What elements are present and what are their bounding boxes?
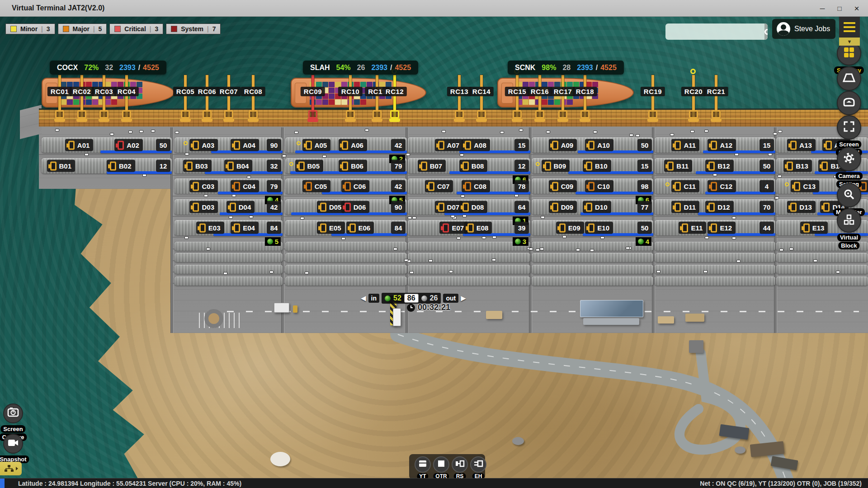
crane-label-rc14[interactable]: RC14: [469, 87, 494, 96]
yard-block-count[interactable]: 12: [514, 160, 529, 172]
yard-block-a02[interactable]: A02: [114, 139, 143, 151]
yard-block-e08[interactable]: E08: [464, 222, 492, 234]
vessel-badge-cocx[interactable]: COCX72%322393/4525: [50, 61, 166, 75]
yard-block-d06[interactable]: D06: [341, 201, 370, 213]
yard-block-row-b1[interactable]: B01B0212: [42, 158, 172, 174]
yard-block-count[interactable]: 79: [391, 160, 406, 172]
yard-block-count[interactable]: 42: [267, 201, 281, 213]
yard-block-row-b2[interactable]: B03B0432: [175, 158, 283, 174]
crane-label-rc17[interactable]: RC17: [551, 87, 575, 96]
gate-bay-number[interactable]: 86: [404, 294, 419, 303]
toolbar-button-eh[interactable]: [470, 456, 486, 473]
yard-block-a08[interactable]: A08: [462, 139, 490, 151]
yard-block-count[interactable]: 15: [760, 139, 774, 151]
yard-block-count[interactable]: 90: [391, 201, 406, 213]
vessel-badge-slah[interactable]: SLAH54%262393/4525: [303, 61, 418, 75]
gate-prev-arrow[interactable]: ◀: [361, 294, 366, 302]
yard-block-c11[interactable]: C11: [671, 180, 699, 192]
search-input[interactable]: [665, 23, 764, 40]
yard-block-row-b6[interactable]: B11B1250: [655, 158, 775, 174]
minimize-button[interactable]: ─: [816, 2, 829, 15]
crane-label-rc09[interactable]: RC09: [301, 87, 325, 96]
yard-block-row-e4[interactable]: E07E08393: [408, 220, 530, 235]
yard-block-count[interactable]: 42: [391, 180, 406, 192]
yard-block-count[interactable]: 79: [267, 180, 281, 192]
yard-block-row-a5[interactable]: A09A1050: [532, 137, 653, 153]
sidebar-button-3d[interactable]: [837, 91, 861, 115]
crane-label-rc10[interactable]: RC10: [338, 87, 363, 96]
close-button[interactable]: ×: [850, 2, 863, 15]
crane-label-rc18[interactable]: RC18: [573, 87, 597, 96]
yard-block-e09[interactable]: E09: [556, 222, 584, 234]
yard-block-count[interactable]: 70: [760, 201, 774, 213]
hamburger-menu-button[interactable]: [839, 17, 860, 38]
yard-block-count[interactable]: 42: [391, 139, 406, 151]
yard-block-e07[interactable]: E07: [439, 222, 467, 234]
crane-label-rc02[interactable]: RC02: [70, 87, 94, 96]
sidebar-button-screen-control[interactable]: [837, 115, 861, 140]
yard-block-row-b3[interactable]: B05B0679: [285, 158, 407, 174]
yard-block-b01[interactable]: B01: [47, 160, 75, 172]
crane-label-rc04[interactable]: RC04: [114, 87, 139, 96]
yard-block-c06[interactable]: C06: [341, 180, 370, 192]
yard-block-c07[interactable]: C07: [425, 180, 453, 192]
crane-label-rc01[interactable]: RC01: [47, 87, 72, 96]
yard-block-count[interactable]: 50: [760, 160, 774, 172]
yard-block-count[interactable]: 98: [637, 180, 652, 192]
yard-block-b05[interactable]: B05: [295, 160, 324, 172]
menu-collapse-strip[interactable]: ▼: [839, 38, 860, 46]
yard-block-a13[interactable]: A13: [787, 139, 816, 151]
yard-block-b12[interactable]: B12: [705, 160, 734, 172]
sidebar-button-camera-setting[interactable]: [837, 147, 861, 171]
yard-block-row-a4[interactable]: A07A0815: [408, 137, 530, 153]
yard-block-a07[interactable]: A07: [435, 139, 463, 151]
yard-block-a06[interactable]: A06: [339, 139, 367, 151]
yard-block-b06[interactable]: B06: [339, 160, 367, 172]
yard-block-d07[interactable]: D07: [435, 201, 463, 213]
yard-block-c13[interactable]: C13: [791, 180, 819, 192]
search-button[interactable]: [764, 23, 768, 40]
yard-block-a05[interactable]: A05: [302, 139, 331, 151]
yard-block-c09[interactable]: C09: [549, 180, 577, 192]
alarm-chip-minor[interactable]: Minor|3: [5, 23, 55, 34]
sidebar-button-2d[interactable]: [837, 66, 861, 91]
yard-block-row-a1[interactable]: A01A0250: [42, 137, 172, 153]
yard-block-c05[interactable]: C05: [302, 180, 331, 192]
yard-block-row-d5[interactable]: D09D1077: [532, 199, 653, 215]
toolbar-button-yt[interactable]: [415, 456, 431, 473]
crane-label-rc20[interactable]: RC20: [681, 87, 706, 96]
yard-block-row-e6[interactable]: E11E1244: [655, 220, 775, 235]
gate-next-arrow[interactable]: ▶: [461, 294, 466, 302]
yard-block-count[interactable]: 90: [267, 139, 281, 151]
yard-block-a12[interactable]: A12: [708, 139, 736, 151]
yard-block-count[interactable]: 50: [637, 222, 652, 234]
crane-label-rc19[interactable]: RC19: [641, 87, 665, 96]
yard-block-e12[interactable]: E12: [708, 222, 736, 234]
alarm-chip-critical[interactable]: Critical|3: [109, 23, 163, 34]
yard-block-c10[interactable]: C10: [585, 180, 613, 192]
crane-label-rc06[interactable]: RC06: [195, 87, 219, 96]
yard-block-a10[interactable]: A10: [585, 139, 613, 151]
toolbar-button-otr[interactable]: [433, 456, 449, 473]
crane-label-rc21[interactable]: RC21: [704, 87, 728, 96]
yard-block-b09[interactable]: B09: [542, 160, 570, 172]
yard-block-d12[interactable]: D12: [705, 201, 734, 213]
yard-block-e06[interactable]: E06: [346, 222, 374, 234]
vessel-badge-scnk[interactable]: SCNK98%282393/4525: [508, 61, 624, 75]
yard-block-count[interactable]: 4: [760, 180, 774, 192]
yard-block-c03[interactable]: C03: [189, 180, 218, 192]
yard-block-count[interactable]: 44: [760, 222, 774, 234]
yard-block-count[interactable]: 84: [391, 222, 406, 234]
yard-block-e04[interactable]: E04: [231, 222, 259, 234]
yard-block-a01[interactable]: A01: [65, 139, 94, 151]
yard-block-row-e5[interactable]: E09E10504: [532, 220, 653, 235]
yard-block-a11[interactable]: A11: [671, 139, 699, 151]
yard-block-d11[interactable]: D11: [671, 201, 699, 213]
yard-block-count[interactable]: 12: [156, 160, 170, 172]
yard-block-row-e3[interactable]: E05E0684: [285, 220, 407, 235]
yard-block-row-d3[interactable]: D05D0690: [285, 199, 407, 215]
yard-block-row-c3[interactable]: C05C06425: [285, 178, 407, 194]
yard-block-count[interactable]: 15: [514, 139, 529, 151]
yard-block-row-d4[interactable]: D07D08641: [408, 199, 530, 215]
crane-label-rc05[interactable]: RC05: [173, 87, 198, 96]
